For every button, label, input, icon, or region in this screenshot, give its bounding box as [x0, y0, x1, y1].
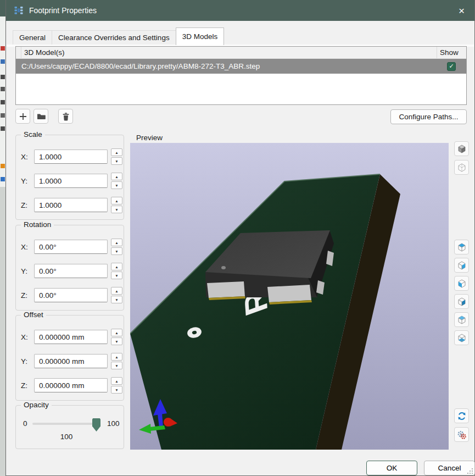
- model-column-header: 3D Model(s): [21, 47, 437, 58]
- spin-up-icon: ▲: [115, 331, 118, 335]
- cube-face-front-icon: [457, 279, 467, 289]
- model-row-selected[interactable]: C:/Users/cappy/ECAD/8800/ecad/Library.pr…: [16, 59, 466, 74]
- spin-down-icon: ▼: [115, 364, 118, 368]
- background-toolbar-icon: [1, 177, 5, 181]
- cube-face-bottom-icon: [457, 333, 467, 343]
- scale-y-row: Y: ▲ ▼: [21, 172, 122, 190]
- cube-face-top-icon: [457, 315, 467, 325]
- view-top-button[interactable]: [454, 312, 469, 327]
- refresh-icon: [457, 411, 467, 421]
- footprint-properties-dialog: Footprint Properties × General Clearance…: [5, 0, 475, 476]
- show-column-header: Show: [437, 47, 466, 58]
- rotation-x-spin-up-button[interactable]: ▲: [111, 239, 122, 246]
- preview-3d-viewport[interactable]: R: [130, 143, 449, 450]
- opacity-min-label: 0: [23, 419, 27, 428]
- gears-icon: [457, 430, 467, 440]
- opacity-group: Opacity 0 100 100: [15, 405, 124, 449]
- check-icon: ✓: [449, 63, 454, 70]
- model-list-header: 3D Model(s) Show: [16, 47, 466, 59]
- delete-model-button[interactable]: [58, 109, 73, 124]
- offset-x-input[interactable]: [34, 330, 108, 344]
- offset-z-spinner: ▲ ▼: [111, 377, 122, 394]
- opacity-max-label: 100: [107, 419, 120, 428]
- opacity-slider-track[interactable]: [32, 423, 100, 425]
- scale-z-input[interactable]: [34, 198, 108, 212]
- projection-perspective-button[interactable]: [454, 160, 469, 175]
- tab-clearance-overrides[interactable]: Clearance Overrides and Settings: [52, 30, 176, 45]
- rotation-z-input[interactable]: [34, 288, 108, 302]
- scale-x-input[interactable]: [34, 150, 108, 164]
- close-icon: ×: [459, 5, 465, 16]
- resize-grip[interactable]: [467, 468, 473, 474]
- offset-z-input[interactable]: [34, 378, 108, 392]
- close-button[interactable]: ×: [449, 0, 474, 21]
- spin-down-icon: ▼: [115, 274, 118, 278]
- scale-z-row: Z: ▲ ▼: [21, 196, 122, 214]
- rotation-x-spin-down-button[interactable]: ▼: [111, 247, 122, 255]
- spin-down-icon: ▼: [115, 388, 118, 392]
- spin-up-icon: ▲: [115, 241, 118, 245]
- view-bottom-button[interactable]: [454, 330, 469, 345]
- ok-button[interactable]: OK: [366, 461, 417, 475]
- spin-down-icon: ▼: [115, 250, 118, 253]
- spin-up-icon: ▲: [115, 151, 118, 154]
- render-settings-button[interactable]: [454, 427, 469, 442]
- offset-y-spin-up-button[interactable]: ▲: [111, 353, 122, 361]
- offset-y-input[interactable]: [34, 354, 108, 368]
- spin-up-icon: ▲: [115, 289, 118, 293]
- scale-x-spin-up-button[interactable]: ▲: [111, 148, 122, 156]
- tab-3d-models[interactable]: 3D Models: [176, 27, 225, 45]
- scale-z-spinner: ▲ ▼: [111, 197, 122, 213]
- rotation-y-label: Y:: [21, 267, 34, 275]
- footprint-icon: [14, 5, 24, 15]
- offset-group: Offset X: ▲ ▼ Y: ▲ ▼ Z: ▲ ▼: [15, 315, 124, 401]
- offset-y-row: Y: ▲ ▼: [21, 352, 122, 370]
- background-toolbar-icon: [1, 87, 5, 91]
- offset-z-spin-down-button[interactable]: ▼: [111, 386, 122, 394]
- offset-x-spin-down-button[interactable]: ▼: [111, 337, 122, 345]
- view-left-button[interactable]: [454, 240, 469, 254]
- scale-y-spin-down-button[interactable]: ▼: [111, 181, 122, 189]
- offset-x-label: X:: [21, 333, 34, 341]
- cube-solid-icon: [457, 144, 467, 154]
- show-checkbox[interactable]: ✓: [447, 62, 456, 71]
- add-model-button[interactable]: [15, 109, 30, 124]
- rotation-z-spin-down-button[interactable]: ▼: [111, 296, 122, 303]
- scale-y-input[interactable]: [34, 174, 108, 188]
- view-back-button[interactable]: [454, 294, 469, 309]
- rotation-x-input[interactable]: [34, 240, 108, 254]
- view-front-button[interactable]: [454, 276, 469, 291]
- spin-up-icon: ▲: [115, 265, 118, 269]
- scale-z-spin-up-button[interactable]: ▲: [111, 197, 122, 204]
- reload-view-button[interactable]: [454, 408, 469, 423]
- scale-y-spin-up-button[interactable]: ▲: [111, 173, 122, 180]
- rotation-y-spin-up-button[interactable]: ▲: [111, 263, 122, 270]
- background-toolbar-icon: [1, 126, 5, 131]
- rotation-y-spinner: ▲ ▼: [111, 263, 122, 279]
- rotation-y-input[interactable]: [34, 264, 108, 278]
- offset-z-row: Z: ▲ ▼: [21, 377, 122, 394]
- background-toolbar-icon: [1, 113, 5, 118]
- configure-paths-button[interactable]: Configure Paths...: [390, 109, 467, 124]
- rotation-z-label: Z:: [21, 291, 34, 300]
- cube-wireframe-icon: [457, 163, 467, 173]
- background-toolbar-icon: [1, 164, 5, 168]
- opacity-slider-handle[interactable]: [92, 418, 100, 431]
- scale-z-spin-down-button[interactable]: ▼: [111, 206, 122, 213]
- offset-x-spin-up-button[interactable]: ▲: [111, 329, 122, 336]
- tab-general[interactable]: General: [13, 30, 52, 45]
- offset-z-label: Z:: [21, 381, 34, 390]
- spin-up-icon: ▲: [115, 379, 118, 383]
- scale-x-spin-down-button[interactable]: ▼: [111, 157, 122, 165]
- browse-model-button[interactable]: [33, 109, 48, 124]
- rotation-y-spin-down-button[interactable]: ▼: [111, 272, 122, 279]
- rotation-z-spin-up-button[interactable]: ▲: [111, 287, 122, 295]
- offset-y-spin-down-button[interactable]: ▼: [111, 362, 122, 369]
- preview-label: Preview: [136, 134, 163, 142]
- titlebar: Footprint Properties: [6, 0, 474, 21]
- projection-orthographic-button[interactable]: [454, 141, 469, 156]
- scale-x-spinner: ▲ ▼: [111, 148, 122, 165]
- view-right-button[interactable]: [454, 258, 469, 273]
- offset-x-spinner: ▲ ▼: [111, 329, 122, 345]
- offset-z-spin-up-button[interactable]: ▲: [111, 377, 122, 385]
